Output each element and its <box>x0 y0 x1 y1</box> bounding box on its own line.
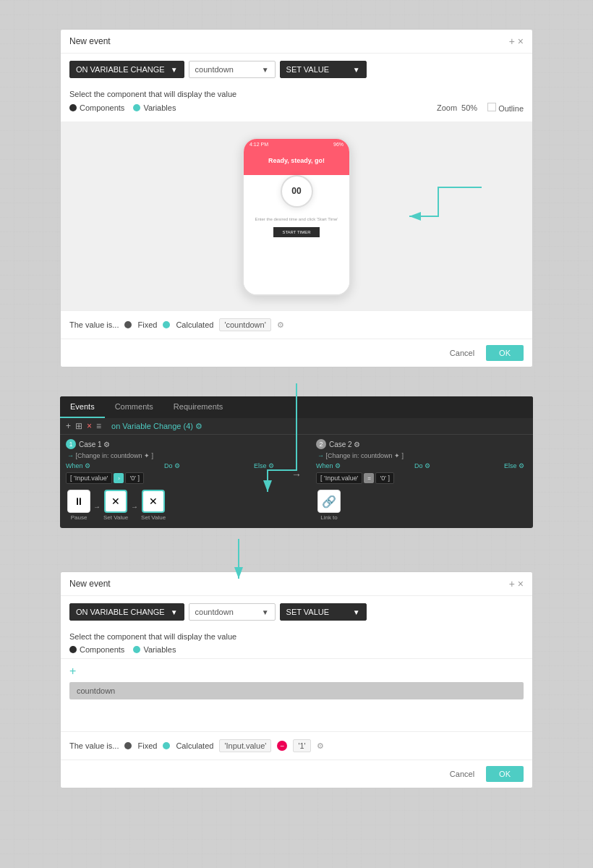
case-2-num: 2 <box>316 439 326 449</box>
action-label-top: SET VALUE <box>286 65 330 74</box>
action-pause: ⏸ Pause <box>67 490 90 521</box>
setvalue-icon-2[interactable]: ✕ <box>142 490 165 513</box>
case-1-block: 1 Case 1 ⚙ → [Change in: countdown ✦ ] W… <box>66 439 277 524</box>
radio-variables-top[interactable]: Variables <box>133 103 176 112</box>
value-row-top: The value is... Fixed Calculated 'countd… <box>61 310 532 339</box>
list-icon[interactable]: ≡ <box>96 421 101 431</box>
panel-new-event-top: New event + × ON VARIABLE CHANGE ▼ count… <box>60 29 533 367</box>
expr-2b: '0' ] <box>375 472 393 484</box>
trigger-dropdown-bottom[interactable]: ON VARIABLE CHANGE ▼ <box>69 603 184 621</box>
action-dropdown-top[interactable]: SET VALUE ▼ <box>280 61 367 78</box>
case-1-action-blocks: ⏸ Pause → ✕ Set Value → ✕ Set Value <box>66 487 277 524</box>
case-1-header: 1 Case 1 ⚙ <box>66 439 277 449</box>
trigger-dropdown-top[interactable]: ON VARIABLE CHANGE ▼ <box>69 61 184 78</box>
add-variable-button[interactable]: + <box>69 665 76 678</box>
variable-dropdown-bottom[interactable]: countdown ▼ <box>189 603 276 621</box>
phone-battery: 96% <box>333 142 344 147</box>
trigger-arrow-bottom: ▼ <box>171 608 178 616</box>
fixed-label-bottom: Fixed <box>137 741 157 750</box>
pause-icon[interactable]: ⏸ <box>67 490 90 513</box>
radio-dot-variables <box>133 104 140 111</box>
radio-components-bottom[interactable]: Components <box>69 645 124 654</box>
value-tag-bottom: 'Input.value' <box>219 739 271 752</box>
cancel-button-top[interactable]: Cancel <box>444 346 480 360</box>
phone-bottom: Enter the desired time and click 'Start … <box>244 211 349 243</box>
variable-dropdown-top[interactable]: countdown ▼ <box>189 61 276 78</box>
expr-2: [ 'Input.value' <box>316 472 362 484</box>
action-dropdown-bottom[interactable]: SET VALUE ▼ <box>280 603 367 621</box>
fixed-radio-bottom[interactable] <box>124 742 132 749</box>
trigger-label-bottom: ON VARIABLE CHANGE <box>76 608 165 616</box>
setvalue-label-1: Set Value <box>103 514 128 521</box>
variable-arrow-bottom: ▼ <box>262 608 269 616</box>
panel-header-top: New event + × <box>61 30 532 54</box>
radio-label-variables: Variables <box>143 103 176 112</box>
cancel-button-bottom[interactable]: Cancel <box>444 767 480 781</box>
panel-header-bottom: New event + × <box>61 572 532 596</box>
minus-op-icon[interactable]: − <box>277 741 287 751</box>
ok-button-top[interactable]: OK <box>486 345 524 361</box>
timer-circle: 00 <box>281 175 313 208</box>
case-1-actions-header: When ⚙ Do ⚙ Else ⚙ <box>66 462 277 469</box>
outline-check[interactable]: Outline <box>487 103 524 113</box>
radio-group-bottom: Components Variables <box>69 645 524 654</box>
preview-area-top: 4:12 PM 96% Ready, steady, go! 00 Enter … <box>61 122 532 310</box>
else-label-1: Else ⚙ <box>254 462 274 469</box>
setvalue-icon-1[interactable]: ✕ <box>104 490 127 513</box>
calculated-radio-bottom[interactable] <box>163 742 170 749</box>
panel-new-event-bottom: New event + × ON VARIABLE CHANGE ▼ count… <box>60 571 533 788</box>
tab-events[interactable]: Events <box>60 396 105 418</box>
radio-components-top[interactable]: Components <box>69 103 124 112</box>
action-arrow-top: ▼ <box>353 66 360 74</box>
ok-button-bottom[interactable]: OK <box>486 766 524 782</box>
op-eq[interactable]: = <box>364 473 374 483</box>
fixed-radio-top[interactable] <box>124 321 132 328</box>
zoom-value[interactable]: 50% <box>461 103 477 112</box>
connector-1: → <box>93 503 101 511</box>
outline-checkbox[interactable] <box>487 103 496 111</box>
trigger-row-top: ON VARIABLE CHANGE ▼ countdown ▼ SET VAL… <box>61 54 532 85</box>
selector-prompt-bottom: Select the component that will display t… <box>69 632 236 641</box>
when-label-1: When ⚙ <box>66 462 90 469</box>
expr-1b: '0' ] <box>125 472 143 484</box>
value-tag-top: 'countdown' <box>219 318 270 331</box>
radio-variables-bottom[interactable]: Variables <box>133 645 176 654</box>
case-2-expr: [ 'Input.value' = '0' ] <box>316 472 527 484</box>
variables-list: + countdown <box>61 659 532 731</box>
tab-comments[interactable]: Comments <box>105 396 163 418</box>
calculated-label-top: Calculated <box>176 320 213 329</box>
radio-label-components: Components <box>80 103 124 112</box>
case-2-header: 2 Case 2 ⚙ <box>316 439 527 449</box>
phone-content: Ready, steady, go! 00 Enter the desired … <box>244 150 349 294</box>
case-2-label: Case 2 ⚙ <box>329 441 360 448</box>
events-panel: Events Comments Requirements + ⊞ × ≡ on … <box>60 396 533 528</box>
op-gt[interactable]: › <box>114 473 124 483</box>
tab-requirements[interactable]: Requirements <box>163 396 233 418</box>
add-icon[interactable]: + <box>66 421 71 431</box>
gear-icon-bottom[interactable]: ⚙ <box>317 741 324 751</box>
panel-close-actions-top[interactable]: + × <box>509 35 524 47</box>
events-tabs: Events Comments Requirements <box>60 396 533 418</box>
gear-icon-top[interactable]: ⚙ <box>277 320 284 330</box>
action-arrow-bottom: ▼ <box>353 608 360 616</box>
variable-label-bottom: countdown <box>195 608 234 616</box>
component-selector-top: Select the component that will display t… <box>61 85 532 122</box>
else-label-2: Else ⚙ <box>504 462 524 469</box>
variable-item-countdown[interactable]: countdown <box>69 682 524 699</box>
linkto-icon[interactable]: 🔗 <box>317 490 341 513</box>
start-button[interactable]: START TIMER <box>273 227 319 237</box>
radio-dot-components-b <box>69 646 77 653</box>
do-label-2: Do ⚙ <box>414 462 430 469</box>
radio-dot-variables-b <box>133 646 140 653</box>
linkto-label: Link to <box>320 514 338 521</box>
pause-label: Pause <box>71 514 88 521</box>
radio-group-top: Components Variables <box>69 103 176 112</box>
delete-icon[interactable]: × <box>87 421 92 431</box>
case-2-block: 2 Case 2 ⚙ → [Change in: countdown ✦ ] W… <box>316 439 527 524</box>
copy-icon[interactable]: ⊞ <box>75 421 82 431</box>
case-separator: → <box>291 439 302 524</box>
value-prefix-bottom: The value is... <box>69 741 119 750</box>
button-row-bottom: Cancel OK <box>61 760 532 788</box>
calculated-radio-top[interactable] <box>163 321 170 328</box>
panel-close-actions-bottom[interactable]: + × <box>509 578 524 590</box>
